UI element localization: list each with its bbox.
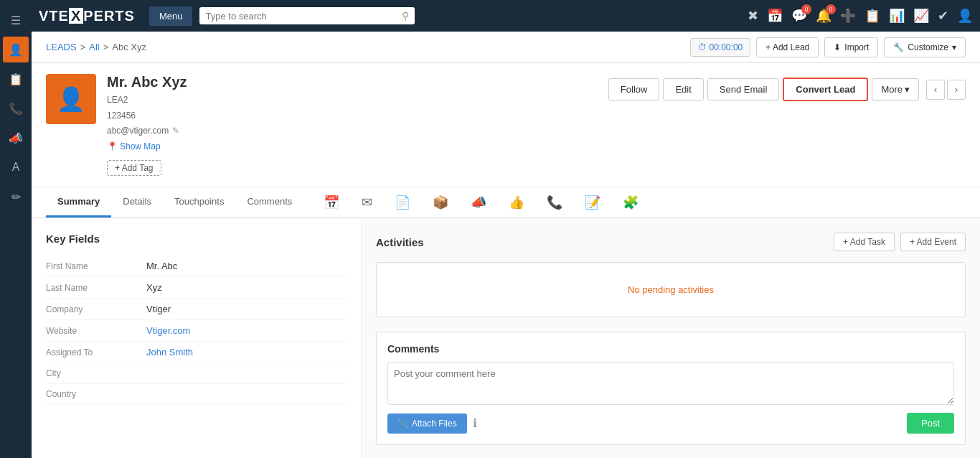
timer-display: ⏱ 00:00:00 (690, 38, 751, 57)
chat-badge: 0 (801, 4, 811, 14)
field-label: Website (46, 326, 146, 336)
tab-icons: 📅 ✉ 📄 📦 📣 👍 📞 📝 🧩 (318, 189, 644, 216)
post-button[interactable]: Post (907, 413, 954, 434)
lead-map: 📍 Show Map (107, 139, 598, 155)
search-icon: ⚲ (402, 10, 409, 22)
field-label: First Name (46, 261, 146, 271)
add-lead-button[interactable]: + Add Lead (756, 37, 819, 57)
field-value: Xyz (146, 282, 162, 293)
nav-icon-tasks[interactable]: ✔ (938, 8, 948, 24)
app-logo: VTEXPERTS (39, 8, 135, 24)
more-button[interactable]: More ▾ (872, 78, 919, 101)
tab-comments[interactable]: Comments (235, 187, 303, 218)
field-value: Mr. Abc (146, 261, 177, 271)
nav-icon-add[interactable]: ➕ (840, 8, 856, 24)
field-value[interactable]: Vtiger.com (146, 325, 190, 336)
activities-title: Activities (376, 236, 424, 248)
send-email-button[interactable]: Send Email (707, 78, 779, 101)
follow-button[interactable]: Follow (608, 78, 660, 101)
nav-icon-calendar[interactable]: 📅 (767, 8, 783, 24)
field-row: Last NameXyz (46, 277, 347, 299)
no-activities-msg: No pending activities (628, 284, 714, 295)
tab-icon-email[interactable]: ✉ (356, 189, 378, 216)
field-label: Company (46, 304, 146, 314)
sidebar-phone[interactable]: 📞 (3, 95, 29, 121)
sidebar-edit[interactable]: ✏ (3, 184, 29, 210)
email-edit-icon[interactable]: ✎ (172, 123, 179, 139)
breadcrumb-all[interactable]: All (89, 42, 99, 52)
nav-icon-line-chart[interactable]: 📈 (913, 8, 929, 24)
lead-email: abc@vtiger.com (107, 123, 169, 139)
next-button[interactable]: › (947, 80, 966, 100)
nav-arrows: ‹ › (926, 80, 966, 100)
customize-button[interactable]: 🔧 Customize ▾ (884, 37, 966, 57)
notif-badge: 0 (826, 4, 836, 14)
top-nav: VTEXPERTS Menu ⚲ ✖ 📅 💬0 🔔0 ➕ 📋 📊 📈 ✔ 👤 (32, 0, 980, 32)
field-value[interactable]: John Smith (146, 347, 193, 357)
breadcrumb-sep2: > (103, 42, 109, 52)
nav-icon-profile[interactable]: 👤 (957, 8, 973, 24)
body-split: Key Fields First NameMr. AbcLast NameXyz… (32, 218, 980, 458)
menu-button[interactable]: Menu (149, 6, 193, 26)
field-label: Last Name (46, 283, 146, 293)
add-task-button[interactable]: + Add Task (834, 233, 895, 251)
sidebar-megaphone[interactable]: 📣 (3, 125, 29, 151)
show-map-link[interactable]: Show Map (120, 139, 161, 155)
attach-files-button[interactable]: 📎 Attach Files (387, 413, 467, 434)
activities-box: No pending activities (376, 262, 966, 317)
search-input[interactable] (205, 11, 402, 22)
tab-touchpoints[interactable]: Touchpoints (163, 187, 235, 218)
tab-icon-megaphone[interactable]: 📣 (465, 189, 492, 216)
tab-icon-box[interactable]: 📦 (427, 189, 454, 216)
tab-icon-document[interactable]: 📄 (389, 189, 416, 216)
sidebar-contacts[interactable]: 📋 (3, 66, 29, 92)
key-fields-title: Key Fields (46, 233, 347, 245)
lead-name: Mr. Abc Xyz (107, 74, 598, 90)
fields-container: First NameMr. AbcLast NameXyzCompanyVtig… (46, 256, 347, 405)
add-tag-button[interactable]: + Add Tag (107, 160, 161, 176)
comments-section-title: Comments (387, 343, 954, 355)
nav-icon-notifications[interactable]: 🔔0 (816, 8, 831, 24)
lead-meta: LEA2 123456 abc@vtiger.com ✎ 📍 Show Map (107, 93, 598, 154)
nav-icon-bar-chart[interactable]: 📊 (889, 8, 905, 24)
import-button[interactable]: ⬇ Import (824, 37, 878, 57)
field-value: Vtiger (146, 304, 171, 314)
info-icon[interactable]: ℹ (473, 416, 477, 430)
field-row: City (46, 363, 347, 384)
field-label: Country (46, 389, 146, 399)
lead-id: LEA2 (107, 93, 598, 108)
lead-info: Mr. Abc Xyz LEA2 123456 abc@vtiger.com ✎… (107, 74, 598, 176)
field-label: City (46, 368, 146, 378)
tab-icon-notepad[interactable]: 📝 (579, 189, 606, 216)
add-event-button[interactable]: + Add Event (900, 233, 966, 251)
tab-icon-phone[interactable]: 📞 (541, 189, 568, 216)
tab-icon-thumbsup[interactable]: 👍 (503, 189, 530, 216)
tab-icon-calendar[interactable]: 📅 (318, 189, 345, 216)
field-row: First NameMr. Abc (46, 256, 347, 277)
breadcrumb-leads[interactable]: LEADS (46, 42, 77, 52)
prev-button[interactable]: ‹ (926, 80, 945, 100)
tab-summary[interactable]: Summary (46, 187, 111, 218)
lead-phone: 123456 (107, 108, 598, 124)
tab-icon-puzzle[interactable]: 🧩 (617, 189, 644, 216)
sidebar-leads[interactable]: 👤 (3, 37, 29, 62)
field-row: Country (46, 384, 347, 405)
nav-icon-chat[interactable]: 💬0 (791, 8, 807, 24)
sidebar-a[interactable]: A (3, 154, 29, 180)
nav-icon-vitiger[interactable]: ✖ (748, 8, 758, 24)
left-panel: Key Fields First NameMr. AbcLast NameXyz… (32, 218, 362, 458)
search-bar: ⚲ (199, 7, 415, 24)
comment-footer: 📎 Attach Files ℹ Post (387, 413, 954, 434)
nav-icon-reports[interactable]: 📋 (864, 8, 880, 24)
breadcrumb: LEADS > All > Abc Xyz (46, 42, 146, 52)
tab-details[interactable]: Details (111, 187, 163, 218)
sidebar-hamburger[interactable]: ☰ (3, 7, 29, 33)
field-row: CompanyVtiger (46, 299, 347, 320)
field-row: WebsiteVtiger.com (46, 320, 347, 342)
convert-lead-button[interactable]: Convert Lead (783, 78, 868, 101)
edit-button[interactable]: Edit (663, 78, 703, 101)
tabs-bar: Summary Details Touchpoints Comments 📅 ✉… (32, 187, 980, 218)
comment-textarea[interactable] (387, 362, 954, 405)
sub-nav-actions: ⏱ 00:00:00 + Add Lead ⬇ Import 🔧 Customi… (690, 37, 966, 57)
left-sidebar: ☰ 👤 📋 📞 📣 A ✏ (0, 0, 32, 458)
